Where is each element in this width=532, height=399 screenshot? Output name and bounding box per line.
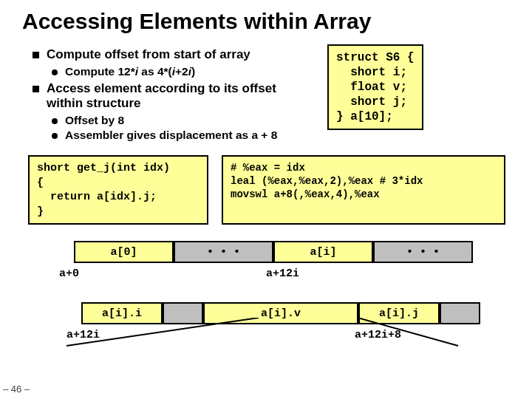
fields-addr-left: a+12i (66, 329, 355, 341)
array-cell-i: a[i] (273, 241, 373, 263)
array-cell-0: a[0] (74, 241, 174, 263)
struct-code-box: struct S6 { short i; float v; short j; }… (327, 44, 423, 130)
bullet-2b-text: Assembler gives displacement as a + 8 (65, 129, 277, 142)
bullet-1a-text: Compute 12*i as 4*(i+2i) (65, 65, 195, 78)
bullet-1-text: Compute offset from start of array (47, 47, 250, 62)
field-cell-j: a[i].j (358, 302, 440, 324)
asm-code-box: # %eax = idx leal (%eax,%eax,2),%eax # 3… (222, 155, 505, 225)
c-code-box: short get_j(int idx) { return a[idx].j; … (28, 155, 208, 225)
bullet-1: Compute offset from start of array (33, 47, 314, 62)
dot-bullet-icon (52, 118, 58, 124)
square-bullet-icon (33, 52, 39, 58)
page-title: Accessing Elements within Array (22, 9, 510, 34)
dot-bullet-icon (52, 69, 58, 75)
dot-bullet-icon (52, 133, 58, 139)
bullet-1a: Compute 12*i as 4*(i+2i) (52, 65, 314, 78)
addr-a12i: a+12i (266, 267, 299, 280)
fields-addr-right: a+12i+8 (355, 329, 401, 341)
array-cell-dots-1: • • • (174, 241, 273, 263)
field-cell-i: a[i].i (81, 302, 163, 324)
bullet-2b: Assembler gives displacement as a + 8 (52, 129, 314, 142)
field-pad-2 (440, 302, 480, 324)
bullet-2a: Offset by 8 (52, 114, 314, 127)
addr-a0: a+0 (59, 267, 266, 280)
field-pad-1 (163, 302, 203, 324)
memory-diagram: a[0] • • • a[i] • • • a+0 a+12i a[i].i a… (22, 241, 510, 341)
bullet-2a-text: Offset by 8 (65, 114, 124, 127)
square-bullet-icon (33, 86, 39, 92)
bullet-2: Access element according to its offset w… (33, 81, 314, 111)
field-cell-v: a[i].v (203, 302, 358, 324)
bullet-2-text: Access element according to its offset w… (47, 81, 314, 111)
page-number: – 46 – (3, 383, 30, 395)
array-cell-dots-2: • • • (373, 241, 473, 263)
